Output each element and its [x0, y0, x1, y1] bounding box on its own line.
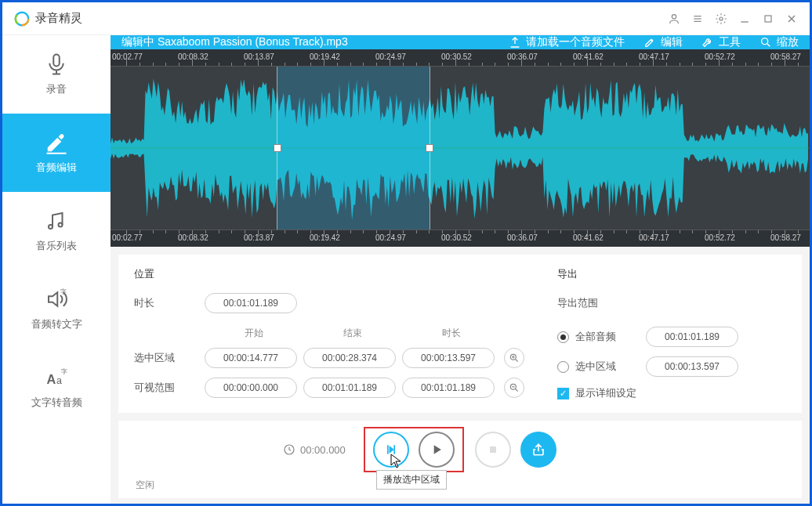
svg-rect-12 [53, 55, 60, 67]
show-advanced-label: 显示详细设定 [575, 386, 636, 400]
svg-text:字: 字 [60, 288, 67, 295]
sidebar-item-label: 文字转音频 [31, 396, 82, 410]
sidebar-item-audio-edit[interactable]: 音频编辑 [2, 114, 111, 192]
svg-point-7 [720, 17, 723, 20]
zoom-in-button[interactable] [504, 348, 524, 368]
playback-time: 00:00.000 [283, 443, 346, 456]
visible-start-input[interactable] [205, 378, 297, 398]
svg-point-14 [49, 225, 53, 229]
show-advanced-checkbox[interactable]: ✓ [557, 388, 569, 399]
waveform-area[interactable]: 00:02.7700:08.3200:13.8700:19.4200:24.97… [111, 49, 810, 247]
selection-handle-left[interactable] [274, 144, 281, 152]
share-export-button[interactable] [520, 432, 556, 468]
svg-line-21 [767, 44, 770, 46]
maximize-button[interactable] [756, 7, 780, 31]
settings-icon[interactable] [709, 7, 733, 31]
visible-label: 可视范围 [134, 381, 205, 395]
search-icon [759, 36, 772, 49]
svg-text:字: 字 [61, 368, 67, 375]
load-file-button[interactable]: 请加载一个音频文件 [509, 35, 625, 49]
svg-point-15 [59, 223, 63, 227]
zoom-button[interactable]: 缩放 [759, 35, 799, 49]
sound-icon: 字 [45, 287, 68, 311]
col-dur: 时长 [402, 327, 501, 340]
playback-bar: 00:00.000 播放选中区域 [118, 421, 802, 475]
play-group-highlighted: 播放选中区域 [364, 427, 464, 472]
svg-line-28 [516, 389, 518, 392]
clock-icon [283, 443, 295, 456]
sidebar-item-label: 音乐列表 [36, 239, 77, 253]
close-button[interactable] [780, 7, 803, 31]
duration-label: 时长 [134, 296, 205, 310]
sidebar-item-label: 录音 [46, 82, 67, 96]
app-title: 录音精灵 [35, 11, 82, 26]
export-title: 导出 [557, 267, 786, 281]
editor-toolbar: 编辑中 Saxaboom Passion (Bonus Track).mp3 请… [111, 35, 810, 49]
svg-marker-32 [434, 445, 441, 454]
tooltip: 播放选中区域 [376, 470, 447, 490]
cursor-icon [390, 454, 403, 469]
svg-text:a: a [56, 375, 62, 386]
radio-all-audio[interactable] [557, 331, 569, 343]
sidebar-item-label: 音频编辑 [36, 161, 77, 175]
play-button[interactable] [419, 432, 455, 468]
status-bar: 空闲 [118, 475, 802, 498]
export-all-time [646, 327, 738, 347]
zoom-out-button[interactable] [504, 378, 524, 398]
selected-label: 选中区域 [134, 351, 205, 365]
menu-list-icon[interactable] [686, 7, 709, 31]
svg-point-3 [672, 14, 676, 18]
info-panel: 位置 时长 开始 结束 时长 选中区域 [118, 255, 802, 413]
music-icon [45, 209, 68, 233]
svg-rect-33 [490, 446, 496, 453]
sidebar-item-music-list[interactable]: 音乐列表 [2, 192, 111, 270]
export-sel-time [646, 356, 738, 377]
svg-rect-9 [765, 16, 771, 22]
selected-start-input[interactable] [205, 348, 297, 368]
app-logo [13, 10, 31, 27]
selection-handle-right[interactable] [426, 144, 433, 152]
edit-button[interactable]: 编辑 [643, 35, 683, 49]
visible-dur-input[interactable] [402, 378, 495, 398]
sidebar-item-text-to-audio[interactable]: Aa字 文字转音频 [2, 349, 111, 427]
account-icon[interactable] [662, 7, 686, 31]
svg-marker-31 [390, 447, 393, 453]
pencil-icon [45, 131, 68, 154]
titlebar: 录音精灵 [2, 2, 810, 35]
position-title: 位置 [134, 267, 542, 281]
microphone-icon [45, 52, 68, 76]
pencil-icon [643, 36, 656, 49]
minimize-button[interactable] [733, 7, 756, 31]
sidebar-item-label: 音频转文字 [31, 317, 82, 331]
col-end: 结束 [303, 327, 402, 340]
selected-end-input[interactable] [303, 348, 396, 368]
wrench-icon [701, 36, 714, 49]
editing-file-title: 编辑中 Saxaboom Passion (Bonus Track).mp3 [121, 35, 490, 49]
visible-end-input[interactable] [303, 378, 396, 398]
upload-icon [509, 36, 521, 49]
sidebar: 录音 音频编辑 音乐列表 字 音频转文字 Aa字 文字转音频 [2, 35, 111, 504]
radio-selected[interactable] [557, 361, 569, 373]
selected-dur-input[interactable] [402, 348, 495, 368]
export-range-label: 导出范围 [557, 296, 598, 310]
sidebar-item-record[interactable]: 录音 [2, 35, 111, 114]
tools-button[interactable]: 工具 [701, 35, 741, 49]
svg-line-24 [516, 360, 518, 362]
selection-overlay[interactable] [277, 67, 430, 230]
col-start: 开始 [205, 327, 303, 340]
svg-text:A: A [47, 372, 56, 386]
waveform-canvas[interactable] [111, 67, 810, 230]
duration-input[interactable] [205, 293, 297, 313]
ruler-bottom: 00:02.7700:08.3200:13.8700:19.4200:24.97… [111, 230, 810, 247]
ruler-top: 00:02.7700:08.3200:13.8700:19.4200:24.97… [111, 49, 810, 67]
stop-button[interactable] [475, 432, 511, 468]
svg-point-20 [762, 38, 768, 45]
text-icon: Aa字 [45, 366, 68, 389]
sidebar-item-audio-to-text[interactable]: 字 音频转文字 [2, 270, 111, 349]
